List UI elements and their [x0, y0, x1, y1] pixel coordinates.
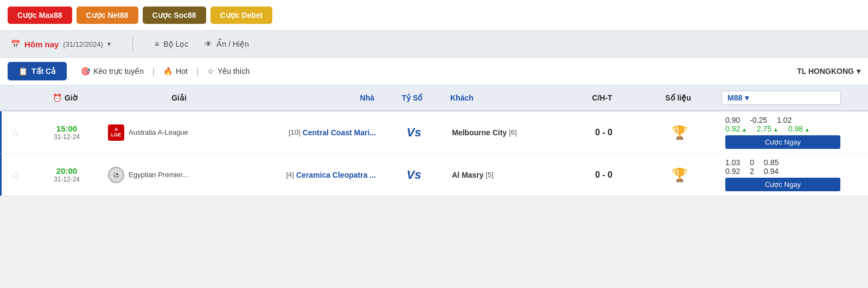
m88-dropdown[interactable]: M88 ▾ [722, 91, 841, 105]
matches-section: ☆ 15:00 31-12-24 ALGE Australia A-League… [0, 111, 868, 196]
home-cell-2: [4] Ceramica Cleopatra ... [257, 171, 381, 179]
th-m88: M88 ▾ [722, 91, 841, 105]
odd-2-top-1: -0.25 [750, 116, 767, 124]
live-filter[interactable]: 🎯 Kèo trực tuyến [74, 64, 150, 79]
tl-label: TL HONGKONG [797, 67, 854, 76]
th-tyso: Tỷ Số [380, 93, 445, 102]
th-solieu: Số liệu [635, 93, 722, 102]
filter-bar: 📋 Tất Cả 🎯 Kèo trực tuyến | 🔥 Hot | ☆ Yê… [0, 58, 868, 85]
match-row: ☆ 20:00 31-12-24 ⚽ Egyptian Premier... [… [0, 154, 868, 196]
guest-rank-1: [6] [509, 128, 516, 136]
score-cell-1: 0 - 0 [571, 128, 636, 137]
guest-cell-1: Melbourne City [6] [446, 128, 571, 137]
home-rank-1: [10] [289, 128, 301, 136]
home-cell-1: [10] Central Coast Mari... [257, 128, 381, 137]
odd-3-bot-1: 0.98 ▲ [788, 124, 810, 133]
odd-2-bot-1: 2.75 ▲ [757, 124, 778, 133]
guest-rank-2: [5] [486, 171, 493, 179]
btn-soc88[interactable]: Cược Soc88 [143, 7, 206, 24]
match-date-2: 31-12-24 [54, 176, 80, 183]
filter-label: Bộ Lọc [163, 40, 188, 48]
guest-cell-2: Al Masry [5] [446, 171, 571, 179]
star-icon[interactable]: ☆ [11, 127, 20, 139]
time-cell-1: 15:00 31-12-24 [29, 124, 105, 141]
filter-section[interactable]: ≡ Bộ Lọc [155, 40, 188, 48]
vs-cell-1: Vs [381, 126, 446, 140]
guest-name-1[interactable]: Melbourne City [452, 128, 507, 137]
league-logo-2: ⚽ [108, 167, 124, 183]
th-nha: Nhà [255, 93, 380, 102]
btn-net88[interactable]: Cược Net88 [76, 7, 138, 24]
odd-2-bot-2: 2 [750, 167, 754, 176]
stats-cell-1[interactable]: 🏆 [636, 125, 723, 140]
hot-label: Hot [176, 67, 188, 76]
th-gio: ⏰ Giờ [27, 93, 103, 102]
fav-label: Yêu thích [218, 67, 250, 76]
time-cell-2: 20:00 31-12-24 [29, 166, 105, 183]
odd-2-top-2: 0 [750, 158, 754, 167]
btn-debet[interactable]: Cược Debet [210, 7, 273, 24]
stats-icon-2[interactable]: 🏆 [672, 167, 688, 183]
tl-hongkong-dropdown[interactable]: TL HONGKONG ▾ [797, 67, 860, 76]
match-time-1: 15:00 [56, 124, 77, 133]
odd-3-top-1: 1.02 [777, 116, 792, 124]
score-cell-2: 0 - 0 [571, 170, 636, 180]
hot-icon: 🔥 [163, 67, 173, 76]
calendar-icon: 📅 [11, 40, 20, 48]
clock-icon: ⏰ [53, 93, 62, 102]
odd-3-bot-2: 0.94 [764, 167, 778, 176]
m88-chevron-icon: ▾ [745, 93, 749, 102]
filter-icon: ≡ [155, 40, 159, 48]
hot-filter[interactable]: 🔥 Hot [157, 64, 194, 79]
eye-icon: 👁 [205, 40, 212, 48]
star-icon[interactable]: ☆ [11, 169, 20, 181]
date-bar: 📅 Hôm nay (31/12/2024) ▾ ≡ Bộ Lọc 👁 Ẩn /… [0, 30, 868, 58]
star-cell-2[interactable]: ☆ [2, 169, 29, 181]
odd-1-top-2: 1.03 [725, 158, 740, 167]
btn-max88[interactable]: Cược Max88 [8, 7, 72, 24]
live-label: Kèo trực tuyến [93, 67, 144, 76]
arrow-3: ▲ [803, 127, 810, 133]
hide-label: Ẩn / Hiện [216, 40, 248, 48]
league-logo-1: ALGE [108, 124, 124, 141]
date-chevron-icon[interactable]: ▾ [107, 40, 111, 48]
odds-row-top-2: 1.03 0 0.85 [725, 158, 840, 167]
cuoc-ngay-btn-2[interactable]: Cược Ngay [725, 178, 840, 191]
date-section[interactable]: 📅 Hôm nay (31/12/2024) ▾ [11, 40, 111, 49]
stats-icon-1[interactable]: 🏆 [672, 125, 688, 140]
vs-text-1: Vs [407, 126, 422, 140]
all-filter-button[interactable]: 📋 Tất Cả [8, 62, 67, 80]
odds-row-bot-2: 0.92 2 0.94 [725, 167, 840, 176]
hide-section[interactable]: 👁 Ẩn / Hiện [205, 40, 248, 48]
odd-1-bot-2: 0.92 [725, 167, 740, 176]
home-rank-2: [4] [286, 171, 293, 179]
today-label: Hôm nay [24, 40, 59, 49]
star-cell-1[interactable]: ☆ [2, 127, 29, 139]
league-name-2: Egyptian Premier... [129, 171, 188, 179]
th-khach: Khách [445, 93, 570, 102]
guest-name-2[interactable]: Al Masry [452, 171, 483, 179]
table-header: ⏰ Giờ Giải Nhà Tỷ Số Khách C/H-T Số liệu… [0, 85, 868, 111]
odd-3-top-2: 0.85 [764, 158, 778, 167]
tl-chevron-icon: ▾ [857, 67, 860, 76]
odds-row-bot-1: 0.92 ▲ 2.75 ▲ 0.98 ▲ [725, 124, 840, 133]
home-name-2[interactable]: Ceramica Cleopatra ... [296, 171, 376, 179]
home-name-1[interactable]: Central Coast Mari... [303, 128, 376, 137]
vs-cell-2: Vs [381, 168, 446, 182]
fav-filter[interactable]: ☆ Yêu thích [201, 64, 256, 79]
league-cell-2: ⚽ Egyptian Premier... [105, 167, 257, 183]
match-time-2: 20:00 [56, 166, 77, 176]
th-giai: Giải [103, 93, 255, 102]
all-icon: 📋 [18, 67, 28, 76]
odds-container-2: 1.03 0 0.85 0.92 2 0.94 Cược Ngay [723, 158, 843, 191]
league-cell-1: ALGE Australia A-League [105, 124, 257, 141]
th-cht: C/H-T [570, 93, 635, 102]
vs-text-2: Vs [407, 168, 422, 182]
live-icon: 🎯 [81, 67, 90, 76]
divider-1 [132, 36, 133, 52]
odds-container-1: 0.90 -0.25 1.02 0.92 ▲ 2.75 ▲ 0.98 ▲ Cượ… [723, 116, 843, 149]
odd-1-top-1: 0.90 [725, 116, 740, 124]
stats-cell-2[interactable]: 🏆 [636, 167, 723, 183]
odds-row-top-1: 0.90 -0.25 1.02 [725, 116, 840, 124]
cuoc-ngay-btn-1[interactable]: Cược Ngay [725, 135, 840, 149]
